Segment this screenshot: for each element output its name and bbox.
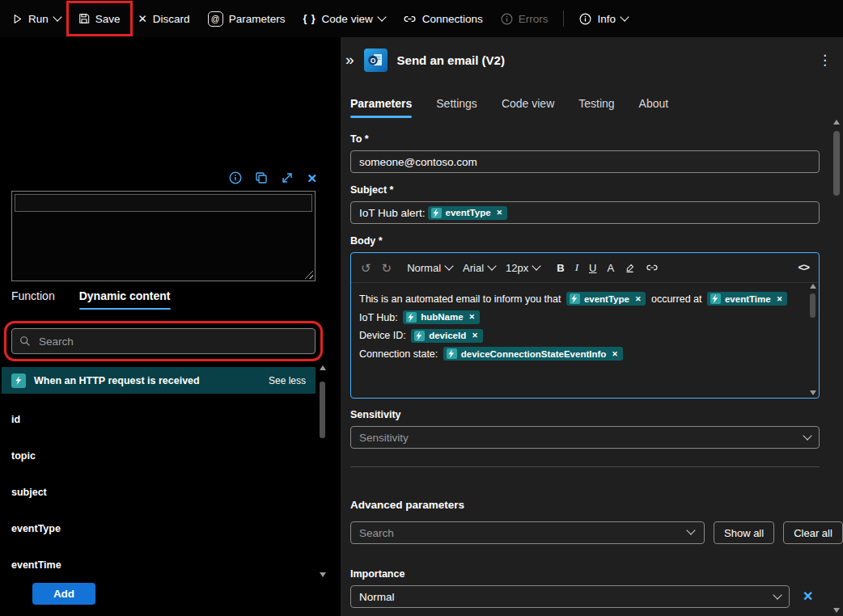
tab-dynamic-content[interactable]: Dynamic content [79,289,171,310]
info-icon[interactable] [229,171,242,184]
tab-parameters[interactable]: Parameters [350,97,412,118]
token-pill-eventType[interactable]: eventType✕ [566,292,646,306]
add-button[interactable]: Add [32,583,95,605]
scroll-down-icon[interactable] [810,390,816,395]
token-remove-icon[interactable]: ✕ [612,348,618,360]
scrollbar-thumb[interactable] [833,131,840,196]
run-button[interactable]: Run [3,4,70,33]
command-bar: Run Save ✕ Discard @ Parameters { } Code… [0,0,843,37]
scroll-down-icon[interactable] [833,608,840,613]
expression-input[interactable] [15,194,312,212]
sensitivity-dropdown[interactable]: Sensitivity [350,426,820,449]
dynamic-content-item-topic[interactable]: topic [0,437,316,474]
advanced-parameters-row: Show all Clear all [350,521,820,544]
link-icon [403,12,417,26]
remove-parameter-icon[interactable]: ✕ [803,590,813,603]
scroll-down-icon[interactable] [320,572,326,577]
tab-function[interactable]: Function [11,289,55,310]
parameters-button[interactable]: @ Parameters [199,4,294,33]
body-label: Body * [350,235,820,247]
discard-x-icon: ✕ [138,12,147,25]
collapse-panel-icon[interactable]: » [345,52,354,67]
save-button[interactable]: Save [70,4,129,33]
dynamic-content-item-id[interactable]: id [0,401,316,437]
tab-testing[interactable]: Testing [578,97,614,118]
scroll-up-icon[interactable] [810,284,816,289]
panel-scrollbar[interactable] [832,120,841,613]
body-text: occurred at [648,293,704,305]
token-remove-icon[interactable]: ✕ [777,293,783,305]
expression-tabs: Function Dynamic content [11,289,171,310]
token-pill-hubName[interactable]: hubName✕ [403,310,480,324]
token-pill-deviceConnectionStateEventInfo[interactable]: deviceConnectionStateEventInfo✕ [443,347,623,361]
lightning-icon [710,293,721,304]
token-remove-icon[interactable]: ✕ [469,311,476,323]
tab-code-view[interactable]: Code view [502,97,554,118]
highlight-button[interactable] [625,263,635,273]
editor-scrollbar[interactable] [808,284,817,395]
token-pill-eventTime[interactable]: eventTime✕ [707,292,787,306]
parameters-icon: @ [208,11,223,27]
expression-panel: ✕ Function Dynamic content When an HTTP … [0,37,340,616]
search-input[interactable] [37,335,307,348]
token-remove-icon[interactable]: ✕ [497,207,503,218]
more-options-icon[interactable]: ⋮ [813,52,837,69]
bold-button[interactable]: B [557,262,564,274]
body-content[interactable]: This is an automated email to inform you… [351,283,819,369]
font-dropdown[interactable]: Arial [463,262,495,274]
token-pill-deviceId[interactable]: deviceId✕ [411,329,483,343]
chevron-down-icon [53,12,61,21]
svg-text:O: O [371,57,376,65]
font-color-button[interactable]: A [607,262,614,274]
insert-link-button[interactable] [646,261,659,274]
scrollbar-thumb[interactable] [810,293,815,318]
scroll-up-icon[interactable] [833,120,840,124]
dynamic-content-item-eventType[interactable]: eventType [0,510,316,546]
token-remove-icon[interactable]: ✕ [635,293,642,305]
code-view-toggle[interactable]: <> [798,262,809,274]
importance-value: Normal [359,591,395,603]
importance-dropdown[interactable]: Normal [350,585,790,608]
importance-label: Importance [350,568,820,580]
scrollbar-thumb[interactable] [320,382,325,438]
dynamic-content-search [11,328,316,354]
copy-icon[interactable] [255,171,268,184]
token-remove-icon[interactable]: ✕ [472,330,478,341]
info-button[interactable]: Info [570,4,637,33]
tab-about[interactable]: About [639,97,669,118]
italic-button[interactable]: I [575,261,578,274]
advanced-search-input[interactable] [350,521,705,544]
trigger-group-header[interactable]: When an HTTP request is received See les… [2,367,316,394]
chevron-down-icon [444,261,453,270]
discard-button[interactable]: ✕ Discard [129,4,199,33]
body-rich-text-editor[interactable]: ↺ ↻ Normal Arial 12px B I U [350,252,820,399]
expression-editor[interactable] [11,191,316,281]
code-view-button[interactable]: { } Code view [294,4,393,33]
see-less-link[interactable]: See less [269,375,306,386]
tab-settings[interactable]: Settings [436,97,477,118]
token-pill-eventType[interactable]: eventType ✕ [428,206,508,220]
code-view-label: Code view [322,13,373,25]
dynamic-content-item-eventTime[interactable]: eventTime [0,546,316,583]
subject-text: IoT Hub alert: [359,207,426,219]
body-line: This is an automated email to inform you… [359,289,798,308]
subject-input[interactable]: IoT Hub alert: eventType ✕ [350,201,820,224]
expression-panel-actions: ✕ [229,171,317,184]
dynamic-content-item-subject[interactable]: subject [0,474,316,510]
error-info-icon [501,13,513,25]
token-label: eventTime [725,293,771,305]
left-scrollbar[interactable] [318,365,327,577]
chevron-down-icon [803,431,811,440]
expand-icon[interactable] [281,171,294,184]
scroll-up-icon[interactable] [320,365,326,370]
close-icon[interactable]: ✕ [307,172,317,184]
connections-button[interactable]: Connections [394,4,492,33]
chevron-down-icon [377,12,386,21]
show-all-button[interactable]: Show all [714,521,774,544]
font-size-dropdown[interactable]: 12px [506,262,540,274]
trigger-group-title: When an HTTP request is received [34,375,200,386]
underline-button[interactable]: U [589,262,596,274]
to-input[interactable] [350,150,820,173]
style-dropdown[interactable]: Normal [407,262,452,274]
editor-toolbar: ↺ ↻ Normal Arial 12px B I U [351,253,819,283]
